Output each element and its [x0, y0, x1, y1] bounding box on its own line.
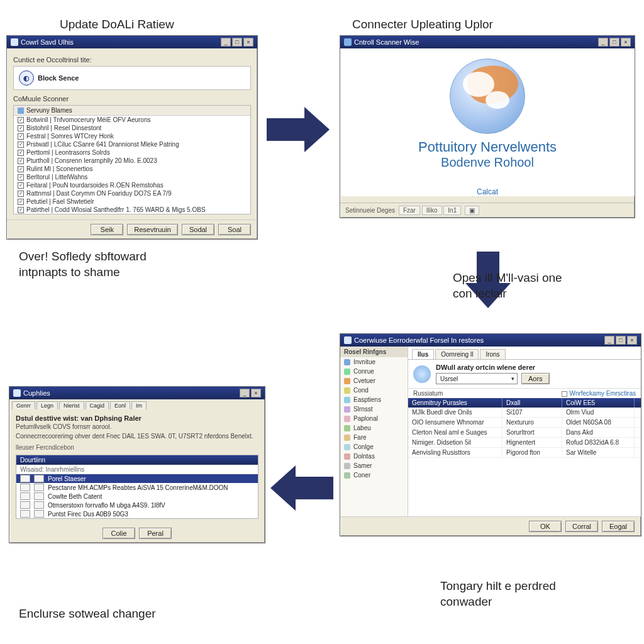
table-cell: Dans Akd	[562, 428, 635, 437]
sidebar-item[interactable]: Paplonal	[340, 414, 408, 423]
sidebar-item[interactable]: Invnitue	[340, 357, 408, 367]
tab[interactable]: Ilus	[412, 349, 434, 359]
tab[interactable]: Im	[131, 401, 147, 409]
maximize-button[interactable]: □	[616, 336, 626, 345]
tab[interactable]: Legn	[36, 401, 58, 409]
column-header[interactable]: Dxall	[502, 398, 562, 408]
update-item[interactable]: ✓Feitaral | PouN tourdarsoides R.OEN Rem…	[14, 181, 250, 189]
list-item[interactable]: Puntst Firec Dus A0B9 50G3	[16, 509, 258, 518]
close-button[interactable]: ×	[251, 389, 261, 397]
filter-apply-button[interactable]: Aors	[521, 373, 550, 384]
checkbox-icon[interactable]	[562, 391, 567, 397]
sidebar-item[interactable]: Dolntas	[340, 452, 408, 461]
sidebar-item[interactable]: Fare	[340, 433, 408, 442]
sidebar-item[interactable]: Labeu	[340, 423, 408, 433]
checkbox-icon[interactable]: ✓	[18, 174, 24, 180]
checkbox-icon[interactable]: ✓	[18, 133, 24, 140]
table-row[interactable]: Nimiger. Didsetion 5ilHignentertRofud D8…	[408, 438, 641, 448]
titlebar[interactable]: Coerwiuse Eorroderwfal Forsel In restore…	[340, 334, 641, 347]
update-item[interactable]: ✓Botwinll | Tnfvomocerury MéiE OFV Aeuro…	[14, 116, 250, 124]
update-item[interactable]: ✓Prstwatl | LCiluc CSanre 641 Drannionst…	[14, 140, 250, 148]
titlebar[interactable]: Cntroll Scanner Wise _ □ ×	[340, 36, 635, 48]
arrow-right-icon	[267, 107, 330, 152]
update-item[interactable]: ✓Patirthel | Codd Wlosial Santhedlfrr 1.…	[14, 206, 250, 214]
column-header[interactable]: CoiW EE5	[562, 398, 635, 408]
window-properties: Cuphlies _ × GenrrLegnNieristCagidEonlIm…	[9, 386, 265, 543]
minimize-button[interactable]: _	[240, 389, 250, 397]
checkbox-icon[interactable]: ✓	[18, 150, 24, 156]
sidebar-item[interactable]: Slrnsst	[340, 404, 408, 414]
table-cell: Clerton Neal aml e Suages	[408, 428, 502, 437]
update-item[interactable]: ✓Pturtholl | Consrenn Ierarnphlly 20 Mlo…	[14, 157, 250, 165]
table-row[interactable]: Clerton Neal aml e SuagesSorurltrortDans…	[408, 428, 641, 438]
close-button[interactable]: ×	[621, 38, 631, 47]
minimize-button[interactable]: _	[604, 336, 614, 345]
update-item[interactable]: ✓Perttoml | Leontrasorrs Solrds	[14, 148, 250, 157]
minimize-button[interactable]: _	[598, 38, 608, 47]
dialog-button[interactable]: Sodal	[182, 224, 214, 235]
item-label: Pturtholl | Consrenn Ierarnphlly 20 Mlo.…	[26, 157, 157, 164]
list-item[interactable]: Otmserstoxn forrvaflo M ubga A4S9. 1l8fV	[16, 501, 258, 509]
checkbox-icon[interactable]: ✓	[18, 166, 24, 172]
dialog-button[interactable]: Eogal	[602, 521, 635, 532]
sidebar-item[interactable]: Cvetuer	[340, 376, 408, 386]
checkbox-icon[interactable]: ✓	[18, 182, 24, 189]
sidebar-item[interactable]: Cond	[340, 386, 408, 395]
update-item[interactable]: ✓Rulint Ml | Sconenertios	[14, 165, 250, 173]
list-item[interactable]: Cowlte Beth Catent	[16, 492, 258, 501]
checkbox-icon[interactable]: ✓	[18, 207, 24, 213]
checkbox-icon[interactable]: ✓	[18, 125, 24, 131]
filter-dropdown[interactable]: Usrsel	[436, 373, 518, 384]
tab[interactable]: Nierist	[59, 401, 84, 409]
dialog-button[interactable]: OK	[529, 521, 562, 532]
checkbox-icon[interactable]: ✓	[18, 199, 24, 205]
dialog-button[interactable]: Corral	[565, 521, 598, 532]
tab[interactable]: Genrr	[12, 401, 35, 409]
update-item[interactable]: ✓Festral | Somres WTCrey Honk	[14, 132, 250, 140]
maximize-button[interactable]: □	[232, 38, 242, 47]
field-label: Cuntict ee Occoltrinsl tite:	[13, 56, 251, 64]
tab[interactable]: Oomreing ll	[435, 349, 479, 359]
sidebar-item-label: Dolntas	[353, 453, 375, 460]
checkbox-icon[interactable]: ✓	[18, 191, 24, 197]
update-item[interactable]: ✓Bistohril | Resel Dinsestont	[14, 124, 250, 132]
list-item[interactable]: Pesctanre MH.ACMPs Reabtes AiSVA 15 Conr…	[16, 483, 258, 492]
tab[interactable]: Eonl	[110, 401, 130, 409]
table-cell: Oldet N60SA 08	[562, 418, 635, 427]
table-row[interactable]: MJlk Buedl dive OnilsSi107Olrm Viud	[408, 408, 641, 418]
dialog-button[interactable]: Colie	[103, 528, 135, 539]
item-label: Perttoml | Leontrasorrs Solrds	[26, 149, 110, 156]
pane-header-icon	[413, 365, 431, 383]
dialog-button[interactable]: Seik	[91, 224, 123, 235]
sidebar-item[interactable]: Easptiens	[340, 395, 408, 404]
dialog-button[interactable]: Soal	[218, 224, 251, 235]
sidebar-item[interactable]: Samer	[340, 461, 408, 470]
dialog-button[interactable]: Resevtruuin	[127, 224, 178, 235]
sidebar-item[interactable]: Conrue	[340, 367, 408, 376]
titlebar[interactable]: Cuphlies _ ×	[9, 387, 265, 399]
close-button[interactable]: ×	[243, 38, 253, 47]
checkbox-icon[interactable]: ✓	[18, 158, 24, 164]
item-label: Patirthel | Codd Wlosial Santhedlfrr 1. …	[26, 206, 206, 213]
table-row[interactable]: Aenvisling RusisttorsPigorod ftonSar Wit…	[408, 448, 641, 458]
tab[interactable]: Irons	[480, 349, 505, 359]
subheader-right[interactable]: Wnrfeckamy Emrsctiras	[569, 390, 636, 397]
update-item[interactable]: ✓Berltorul | LittelWahns	[14, 173, 250, 181]
titlebar[interactable]: Cowrl Savd Ulhis _ □ ×	[7, 36, 257, 48]
update-item[interactable]: ✓Petutiel | Fael Shwtetielr	[14, 197, 250, 206]
table-row[interactable]: OIO Iensumere WhnomarNextururoOldet N60S…	[408, 418, 641, 428]
dialog-button[interactable]: Peral	[139, 528, 172, 539]
sidebar-item[interactable]: Coner	[340, 470, 408, 480]
table-cell: Pigorod fton	[502, 448, 562, 457]
checkbox-icon[interactable]: ✓	[18, 142, 24, 148]
update-item[interactable]: ✓Rattnmsl | Dast Corymm ON Foariduy DO7S…	[14, 189, 250, 197]
column-header[interactable]: Genmitruy Purasles	[408, 398, 502, 408]
cancel-link[interactable]: Calcat	[344, 187, 631, 196]
close-button[interactable]: ×	[627, 336, 637, 345]
minimize-button[interactable]: _	[221, 38, 231, 47]
sidebar-item[interactable]: Conlge	[340, 442, 408, 452]
tab[interactable]: Cagid	[86, 401, 109, 409]
maximize-button[interactable]: □	[609, 38, 619, 47]
checkbox-icon[interactable]: ✓	[18, 117, 24, 123]
list-item-selected[interactable]: Porel Staeser	[16, 474, 258, 483]
